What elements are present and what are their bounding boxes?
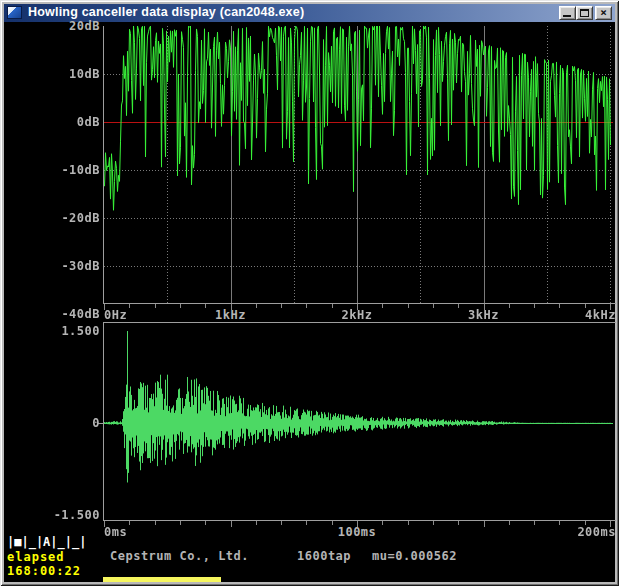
- spectrum-axis-tick: [534, 304, 535, 308]
- impulse-x-tick-label: 0ms: [104, 525, 127, 539]
- spectrum-axis-tick: [559, 304, 560, 308]
- close-icon: ×: [596, 6, 611, 19]
- impulse-axis-tick: [509, 521, 510, 525]
- minimize-icon: [563, 15, 571, 17]
- status-taps: 1600tap: [297, 549, 351, 563]
- spectrum-axis-tick: [256, 304, 257, 308]
- impulse-axis-tick: [484, 521, 485, 527]
- spectrum-axis-tick: [155, 304, 156, 308]
- spectrum-y-tick-label: -20dB: [0, 211, 100, 225]
- toolbar-mode-buttons[interactable]: |■|_|A|_|_|: [7, 535, 86, 549]
- spectrum-axis-tick: [357, 304, 358, 310]
- spectrum-axis-tick: [129, 304, 130, 308]
- impulse-axis-tick: [281, 521, 282, 525]
- elapsed-value: 168:00:22: [7, 564, 81, 578]
- impulse-axis-tick: [256, 521, 257, 525]
- spectrum-axis-tick: [180, 304, 181, 308]
- impulse-y-tick-label: 0: [0, 416, 100, 430]
- maximize-icon: [580, 9, 589, 17]
- impulse-axis-tick: [610, 521, 611, 527]
- spectrum-axis-tick: [509, 304, 510, 308]
- status-company: Cepstrum Co., Ltd.: [110, 549, 249, 563]
- impulse-y-tick-label: -1.500: [0, 508, 100, 522]
- impulse-axis-tick: [433, 521, 434, 525]
- spectrum-y-tick-label: 10dB: [0, 67, 100, 81]
- spectrum-axis-tick: [306, 304, 307, 308]
- impulse-axis-tick: [408, 521, 409, 525]
- minimize-button[interactable]: [559, 6, 576, 20]
- spectrum-y-tick-label: -30dB: [0, 259, 100, 273]
- spectrum-y-tick-label: -10dB: [0, 163, 100, 177]
- spectrum-axis-tick: [610, 304, 611, 310]
- impulse-axis-tick: [585, 521, 586, 525]
- window-title: Howling canceller data display (can2048.…: [28, 5, 304, 19]
- spectrum-axis-tick: [281, 304, 282, 308]
- impulse-axis-tick: [559, 521, 560, 525]
- spectrum-axis-tick: [205, 304, 206, 308]
- spectrum-x-tick-label: 2kHz: [317, 308, 397, 322]
- impulse-x-tick-label: 100ms: [317, 525, 397, 539]
- spectrum-axis-tick: [382, 304, 383, 308]
- impulse-axis-tick: [205, 521, 206, 525]
- spectrum-axis-tick: [408, 304, 409, 308]
- impulse-axis-tick: [534, 521, 535, 525]
- impulse-axis-tick: [357, 521, 358, 527]
- spectrum-axis-tick: [585, 304, 586, 308]
- impulse-axis-tick: [129, 521, 130, 525]
- app-icon[interactable]: [7, 6, 22, 19]
- status-row: Cepstrum Co., Ltd. 1600tap mu=0.000562: [0, 549, 611, 563]
- impulse-axis-tick: [155, 521, 156, 525]
- spectrum-axis-tick: [231, 304, 232, 310]
- app-window: Howling canceller data display (can2048.…: [0, 0, 619, 586]
- spectrum-x-tick-label: 0Hz: [104, 308, 127, 322]
- spectrum-axis-tick: [433, 304, 434, 308]
- impulse-axis-tick: [332, 521, 333, 525]
- impulse-axis-tick: [382, 521, 383, 525]
- maximize-button[interactable]: [576, 6, 593, 20]
- spectrum-axis-tick: [104, 304, 105, 310]
- spectrum-axis-tick: [458, 304, 459, 308]
- impulse-x-tick-label: 200ms: [496, 525, 616, 539]
- spectrum-canvas: [104, 26, 613, 303]
- status-mu: mu=0.000562: [372, 549, 457, 563]
- spectrum-y-tick-label: 0dB: [0, 115, 100, 129]
- impulse-axis-tick: [104, 521, 105, 527]
- impulse-axis-tick: [458, 521, 459, 525]
- spectrum-x-tick-label: 1kHz: [191, 308, 271, 322]
- spectrum-axis-tick: [484, 304, 485, 310]
- spectrum-y-tick-label: -40dB: [0, 307, 100, 321]
- close-button[interactable]: ×: [595, 6, 612, 20]
- progress-bar: [103, 577, 221, 582]
- window-controls: ×: [559, 6, 612, 20]
- spectrum-x-tick-label: 4kHz: [496, 308, 616, 322]
- impulse-canvas: [104, 323, 613, 519]
- spectrum-y-tick-label: 20dB: [0, 19, 100, 33]
- impulse-axis-tick: [306, 521, 307, 525]
- impulse-axis-tick: [180, 521, 181, 525]
- spectrum-axis-tick: [332, 304, 333, 308]
- impulse-y-tick-label: 1.500: [0, 324, 100, 338]
- impulse-axis-tick: [231, 521, 232, 527]
